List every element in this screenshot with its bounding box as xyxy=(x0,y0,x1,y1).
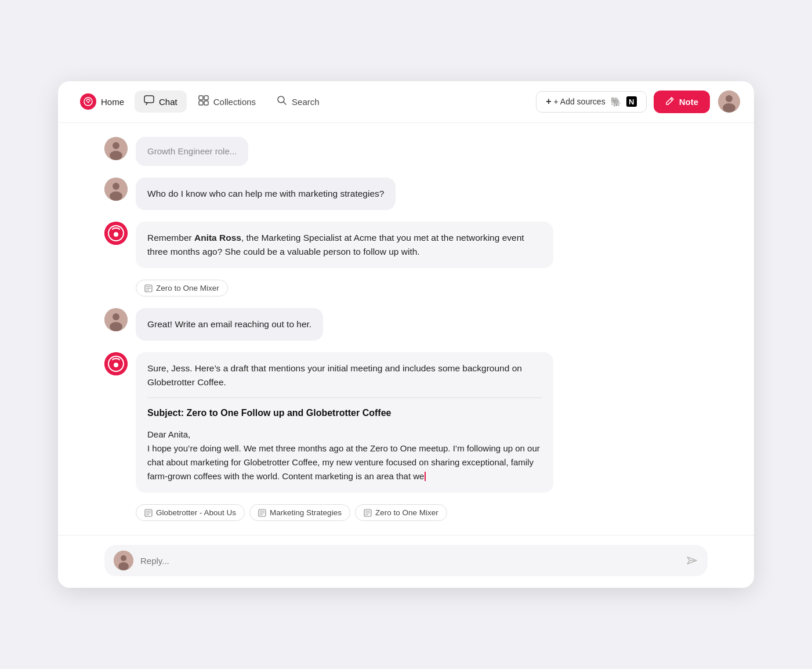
plus-icon: + xyxy=(546,96,551,107)
email-body-line1: Dear Anita, xyxy=(147,429,190,439)
collections-icon xyxy=(198,95,209,108)
bot-msg1-pre: Remember xyxy=(147,233,194,243)
source-tag-4-label: Zero to One Mixer xyxy=(375,508,438,517)
svg-point-10 xyxy=(726,95,733,102)
app-window: Home Chat Collections xyxy=(58,81,754,588)
note-button[interactable]: Note xyxy=(654,91,710,113)
svg-rect-4 xyxy=(204,96,208,100)
source-tags-1: Zero to One Mixer xyxy=(136,274,553,296)
add-sources-button[interactable]: + + Add sources 🐘 N xyxy=(536,91,646,113)
email-subject: Subject: Zero to One Follow up and Globe… xyxy=(147,406,542,421)
user-bubble-2: Great! Write an email reaching out to he… xyxy=(136,308,323,341)
source-tag-2-label: Globetrotter - About Us xyxy=(156,508,236,517)
faded-message-row: Growth Engineer role... xyxy=(104,137,708,167)
email-body-text: I hope you’re doing well. We met three m… xyxy=(147,443,540,481)
email-body: Dear Anita, I hope you’re doing well. We… xyxy=(147,428,542,483)
svg-rect-2 xyxy=(144,96,154,103)
user-message-1-text: Who do I know who can help me with marke… xyxy=(147,189,384,198)
navbar: Home Chat Collections xyxy=(58,81,754,123)
home-label: Home xyxy=(101,97,124,107)
user-avatar-1 xyxy=(104,178,128,201)
bot-bubble-1: Remember Anita Ross, the Marketing Speci… xyxy=(136,222,553,268)
svg-point-17 xyxy=(110,191,122,201)
user-message-1-row: Who do I know who can help me with marke… xyxy=(104,178,708,210)
edit-icon xyxy=(665,96,675,107)
evernote-icon: 🐘 xyxy=(610,96,622,107)
svg-point-20 xyxy=(114,232,118,237)
send-button[interactable] xyxy=(686,554,698,567)
source-tag-4[interactable]: Zero to One Mixer xyxy=(355,504,447,521)
user-message-2-text: Great! Write an email reaching out to he… xyxy=(147,319,311,329)
bot-avatar-1 xyxy=(104,222,128,245)
search-label: Search xyxy=(292,97,320,107)
bot-avatar-2 xyxy=(104,352,128,375)
svg-rect-6 xyxy=(204,101,208,105)
source-tags-2: Globetrotter - About Us Marketing Strate… xyxy=(136,498,553,521)
reply-input[interactable] xyxy=(140,556,679,566)
input-box xyxy=(104,545,708,576)
collections-label: Collections xyxy=(213,97,256,107)
email-section: Subject: Zero to One Follow up and Globe… xyxy=(147,397,542,483)
svg-point-30 xyxy=(114,363,118,367)
source-tag-3[interactable]: Marketing Strategies xyxy=(249,504,350,521)
source-tag-1[interactable]: Zero to One Mixer xyxy=(136,280,228,296)
text-cursor xyxy=(425,472,426,481)
search-icon xyxy=(277,95,287,108)
svg-point-16 xyxy=(113,183,119,190)
svg-point-45 xyxy=(118,562,129,570)
bot-message-1-content: Remember Anita Ross, the Marketing Speci… xyxy=(136,222,553,296)
bot-msg1-bold: Anita Ross xyxy=(194,233,241,243)
bot-message-2-row: Sure, Jess. Here’s a draft that mentions… xyxy=(104,352,708,521)
input-area xyxy=(58,535,754,588)
home-nav-item[interactable]: Home xyxy=(72,89,132,114)
svg-point-14 xyxy=(110,151,122,160)
bot-bubble-2: Sure, Jess. Here’s a draft that mentions… xyxy=(136,352,553,493)
user-avatar[interactable] xyxy=(718,91,740,113)
chat-icon xyxy=(144,95,154,108)
svg-rect-3 xyxy=(199,96,203,100)
user-avatar-faded xyxy=(104,137,128,160)
faded-bubble: Growth Engineer role... xyxy=(136,137,248,167)
svg-rect-5 xyxy=(199,101,203,105)
search-nav-item[interactable]: Search xyxy=(267,91,329,113)
source-tag-2[interactable]: Globetrotter - About Us xyxy=(136,504,245,521)
chat-label: Chat xyxy=(159,97,177,107)
source-tag-3-label: Marketing Strategies xyxy=(270,508,342,517)
svg-point-26 xyxy=(113,313,119,320)
bot-message-2-content: Sure, Jess. Here’s a draft that mentions… xyxy=(136,352,553,521)
collections-nav-item[interactable]: Collections xyxy=(189,91,265,113)
app-logo xyxy=(80,93,96,110)
svg-point-11 xyxy=(723,103,735,113)
input-user-avatar xyxy=(114,551,133,570)
svg-point-1 xyxy=(88,102,89,103)
svg-point-44 xyxy=(121,555,126,561)
svg-point-27 xyxy=(110,322,122,331)
svg-line-8 xyxy=(284,102,287,105)
notion-icon: N xyxy=(626,96,637,107)
source-tag-1-label: Zero to One Mixer xyxy=(156,284,219,292)
svg-point-13 xyxy=(113,142,119,149)
chat-area: Growth Engineer role... Who do I know wh… xyxy=(58,123,754,535)
user-avatar-2 xyxy=(104,308,128,331)
chat-nav-item[interactable]: Chat xyxy=(135,91,187,113)
bot-message-1-row: Remember Anita Ross, the Marketing Speci… xyxy=(104,222,708,296)
note-label: Note xyxy=(679,97,698,107)
bot-msg2-intro: Sure, Jess. Here’s a draft that mentions… xyxy=(147,361,542,389)
add-sources-label: + Add sources xyxy=(554,97,606,106)
faded-text: Growth Engineer role... xyxy=(147,146,237,156)
user-message-2-row: Great! Write an email reaching out to he… xyxy=(104,308,708,341)
user-bubble-1: Who do I know who can help me with marke… xyxy=(136,178,396,210)
